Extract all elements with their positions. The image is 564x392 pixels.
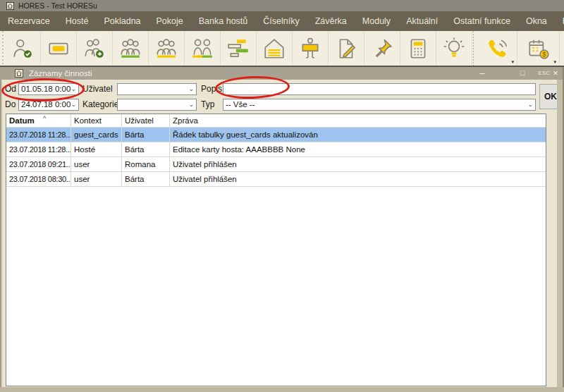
dropdown-arrow-icon[interactable]: ▾ [553, 59, 556, 64]
window-border-left [1, 80, 2, 392]
group-green-icon [118, 37, 142, 61]
cell-zprava: Uživatel přihlášen [170, 172, 546, 187]
kategorie-label: Kategorie [82, 99, 118, 111]
pin-toolbar-button[interactable] [364, 31, 400, 66]
kategorie-dropdown[interactable]: ⌄ [117, 99, 197, 111]
group-add-icon [82, 37, 106, 61]
activity-table[interactable]: Datum^KontextUživatelZpráva23.07.2018 11… [6, 114, 546, 386]
cell-kontext: user [71, 172, 122, 187]
cell-kontext: Hosté [71, 142, 122, 157]
phone-icon [484, 37, 508, 61]
cell-datum: 23.07.2018 11:28... [6, 142, 71, 157]
window-titlebar[interactable]: Záznamy činnosti – □ esc × [0, 67, 564, 80]
menu-item-banka-host-[interactable]: Banka hostů [191, 11, 256, 31]
minimize-button[interactable]: – [477, 67, 488, 80]
menu-bar: RezervaceHostéPokladnaPokojeBanka hostůČ… [0, 11, 564, 31]
app-root: HORES - Test HORESu RezervaceHostéPoklad… [0, 0, 564, 392]
menu-item-z-v-rka[interactable]: Závěrka [307, 11, 355, 31]
cell-uzivatel: Bárta [122, 128, 170, 142]
window-border-bottom [0, 387, 564, 392]
calculator-toolbar-button[interactable] [400, 31, 436, 66]
app-titlebar: HORES - Test HORESu [0, 0, 564, 11]
cell-kontext: user [71, 157, 122, 172]
toolbar: ▾$▾ [0, 31, 564, 66]
typ-dropdown[interactable]: -- Vše -- ⌄ [223, 99, 536, 111]
menu-item-okna[interactable]: Okna [518, 11, 555, 31]
menu-item-host-[interactable]: Hosté [58, 11, 97, 31]
toolbar-grip-handle[interactable] [0, 31, 5, 66]
menu-item-pokoje[interactable]: Pokoje [149, 11, 191, 31]
cell-datum: 23.07.2018 08:30... [6, 172, 71, 187]
group-yellow-green-icon [190, 37, 214, 61]
column-header-zpr-va[interactable]: Zpráva [170, 114, 546, 128]
table-row[interactable]: 23.07.2018 09:21...userRomanaUživatel př… [6, 157, 546, 172]
dropdown-arrow-icon[interactable]: ▾ [511, 59, 514, 64]
document-edit-icon [334, 37, 358, 61]
menu-item-hores[interactable]: Hores [555, 11, 564, 31]
menu-item-moduly[interactable]: Moduly [355, 11, 398, 31]
cell-zprava: Editace karty hosta: AAABBBB None [170, 142, 546, 157]
group-yellow-icon [154, 37, 178, 61]
chevron-down-icon[interactable]: ⌄ [188, 99, 194, 110]
plan-bars-toolbar-button[interactable] [221, 31, 257, 66]
uzivatel-dropdown[interactable]: ⌄ [117, 83, 197, 95]
uzivatel-label: Uživatel [82, 83, 113, 95]
cell-kontext: guest_cards [71, 128, 122, 142]
window-title: Záznamy činnosti [29, 69, 92, 78]
table-row[interactable]: 23.07.2018 08:30...userBártaUživatel při… [6, 172, 546, 187]
cell-uzivatel: Bárta [122, 142, 170, 157]
calendar-fee-icon: $ [527, 37, 551, 61]
typ-value: -- Vše -- [226, 100, 255, 109]
chevron-down-icon[interactable]: ⌄ [188, 84, 194, 94]
maximize-button[interactable]: □ [517, 67, 528, 80]
svg-text:$: $ [542, 51, 546, 58]
table-row[interactable]: 23.07.2018 11:28...guest_cardsBártaŘádek… [6, 128, 546, 142]
menu-item-rezervace[interactable]: Rezervace [0, 11, 58, 31]
menu-item--seln-ky[interactable]: Číselníky [255, 11, 307, 31]
menu-item-ostatn-funkce[interactable]: Ostatní funkce [446, 11, 518, 31]
app-title: HORES - Test HORESu [18, 1, 97, 10]
cell-datum: 23.07.2018 09:21... [6, 157, 71, 172]
sort-ascending-icon: ^ [43, 114, 46, 125]
group-add-toolbar-button[interactable] [77, 31, 113, 66]
group-yellow-green-toolbar-button[interactable] [185, 31, 221, 66]
column-header-u-ivatel[interactable]: Uživatel [122, 114, 170, 128]
phone-toolbar-button[interactable]: ▾ [475, 31, 517, 66]
person-board-toolbar-button[interactable] [293, 31, 329, 66]
window-house-icon [15, 69, 23, 78]
group-green-toolbar-button[interactable] [113, 31, 149, 66]
menu-item-aktu-ln-[interactable]: Aktuální [398, 11, 446, 31]
cell-zprava: Uživatel přihlášen [170, 157, 546, 172]
person-board-icon [298, 37, 322, 61]
hotel-home-icon [262, 37, 286, 61]
typ-label: Typ [201, 99, 214, 111]
chevron-down-icon[interactable]: ⌄ [527, 99, 533, 110]
guest-card-icon [47, 37, 70, 61]
guest-card-toolbar-button[interactable] [41, 31, 77, 66]
idea-bulb-icon [442, 37, 466, 61]
group-yellow-toolbar-button[interactable] [149, 31, 185, 66]
cell-uzivatel: Romana [122, 157, 170, 172]
plan-bars-icon [226, 37, 250, 61]
app-icon [6, 2, 14, 10]
cell-datum: 23.07.2018 11:28... [6, 128, 71, 142]
calculator-icon [406, 37, 430, 61]
idea-bulb-toolbar-button[interactable] [436, 31, 472, 66]
person-check-toolbar-button[interactable] [5, 31, 41, 66]
activity-log-window: Záznamy činnosti – □ esc × Od 01.05.18 0… [0, 67, 564, 392]
chevron-down-icon[interactable]: ⌄ [70, 99, 76, 110]
do-label: Do [5, 99, 16, 111]
column-header-datum[interactable]: Datum^ [6, 114, 71, 128]
hotel-home-toolbar-button[interactable] [257, 31, 293, 66]
person-check-icon [11, 37, 35, 61]
column-header-kontext[interactable]: Kontext [71, 114, 122, 128]
close-button[interactable]: × [551, 67, 560, 80]
document-edit-toolbar-button[interactable] [329, 31, 364, 66]
table-row[interactable]: 23.07.2018 11:28...HostéBártaEditace kar… [6, 142, 546, 157]
calendar-fee-toolbar-button[interactable]: $▾ [517, 31, 560, 66]
esc-label: esc [537, 67, 551, 80]
menu-item-pokladna[interactable]: Pokladna [96, 11, 148, 31]
cell-zprava: Řádek tabulky guest_cards aktualizován [170, 128, 546, 142]
pin-icon [370, 37, 394, 61]
table-header-row: Datum^KontextUživatelZpráva [6, 114, 546, 128]
